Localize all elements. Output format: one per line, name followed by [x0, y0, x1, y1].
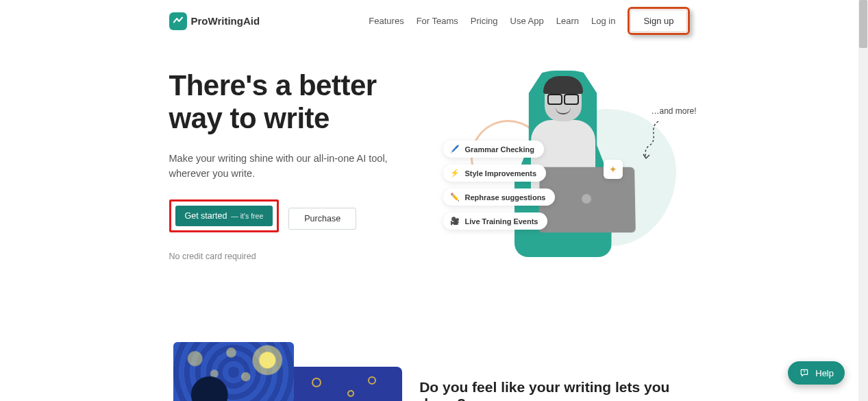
help-label: Help: [815, 368, 834, 378]
sparkle-icon: ✦: [604, 160, 623, 179]
no-card-note: No credit card required: [169, 252, 409, 261]
header: ProWritingAid Features For Teams Pricing…: [169, 0, 690, 42]
pill-label: Live Training Events: [465, 217, 538, 226]
and-more-label: …and more!: [651, 106, 696, 116]
pill-grammar: 🖊️ Grammar Checking: [443, 141, 544, 158]
get-started-button[interactable]: Get started — it's free: [175, 206, 273, 226]
nav-pricing[interactable]: Pricing: [471, 16, 498, 26]
camera-icon: 🎥: [450, 217, 460, 226]
artwork-back: [286, 367, 402, 401]
cta-row: Get started — it's free Purchase: [169, 199, 409, 232]
pill-style: ⚡ Style Improvements: [443, 165, 547, 182]
hero-illustration: ✦ …and more! 🖊️ Grammar Checking ⚡ Style…: [436, 75, 690, 267]
get-started-label: Get started: [185, 211, 227, 221]
squiggle-arrow-icon: [641, 120, 661, 161]
pencil-icon: ✏️: [450, 193, 460, 202]
help-icon: [799, 367, 810, 378]
pill-training: 🎥 Live Training Events: [443, 212, 548, 230]
nav-login[interactable]: Log in: [591, 16, 615, 26]
nav-learn[interactable]: Learn: [556, 16, 579, 26]
section-feel: Do you feel like your writing lets you d…: [169, 342, 690, 401]
signup-button[interactable]: Sign up: [630, 10, 686, 32]
hero: There's a better way to write Make your …: [169, 69, 690, 267]
pill-label: Style Improvements: [465, 169, 537, 178]
get-started-sublabel: — it's free: [231, 212, 263, 220]
hero-subtitle: Make your writing shine with our all-in-…: [169, 151, 388, 182]
nav-features[interactable]: Features: [369, 16, 404, 26]
artwork-stack: [169, 342, 379, 401]
signup-highlight: Sign up: [628, 7, 689, 35]
purchase-button[interactable]: Purchase: [288, 208, 356, 230]
brand-name: ProWritingAid: [191, 15, 260, 27]
brand-logo-icon: [169, 12, 187, 30]
hero-title: There's a better way to write: [169, 69, 409, 136]
nav-use-app[interactable]: Use App: [510, 16, 544, 26]
pill-label: Grammar Checking: [465, 145, 534, 154]
feature-pill-list: 🖊️ Grammar Checking ⚡ Style Improvements…: [443, 141, 556, 230]
scrollbar-thumb[interactable]: [859, 0, 867, 48]
pen-icon: 🖊️: [450, 145, 460, 154]
scrollbar[interactable]: [858, 0, 868, 401]
nav: Features For Teams Pricing Use App Learn…: [369, 7, 689, 35]
pill-label: Rephrase suggestions: [465, 193, 546, 202]
hero-left: There's a better way to write Make your …: [169, 69, 409, 267]
bolt-icon: ⚡: [450, 169, 460, 178]
pill-rephrase: ✏️ Rephrase suggestions: [443, 189, 556, 206]
help-widget[interactable]: Help: [788, 361, 845, 385]
get-started-highlight: Get started — it's free: [169, 199, 280, 232]
brand[interactable]: ProWritingAid: [169, 12, 260, 30]
section2-heading: Do you feel like your writing lets you d…: [419, 379, 689, 401]
artwork-front: [173, 342, 294, 401]
nav-for-teams[interactable]: For Teams: [417, 16, 458, 26]
